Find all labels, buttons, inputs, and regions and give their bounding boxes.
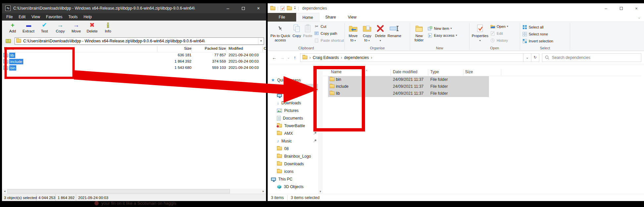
history-button[interactable]: History: [490, 37, 508, 44]
explorer-close-button[interactable]: ×: [629, 3, 644, 13]
file-row-bin[interactable]: bin 24/09/2021 11:37 File folder: [323, 76, 641, 83]
sidebar-item-brainbox-logo[interactable]: Brainbox_Logo: [268, 152, 318, 160]
file-name[interactable]: include: [9, 59, 23, 64]
sidebar-item-music[interactable]: ♪ Music: [268, 137, 318, 145]
sz-file-row[interactable]: bin 1 543 680 559 103 2021-09-24 00:03: [2, 65, 266, 71]
file-name[interactable]: bin: [9, 65, 16, 71]
file-row-include[interactable]: include 24/09/2021 11:37 File folder: [323, 83, 641, 90]
open-button[interactable]: Open ▾: [490, 23, 508, 30]
sidebar-item-downloads[interactable]: ↓ Downloads: [268, 99, 318, 107]
invert-selection-button[interactable]: Invert selection: [522, 37, 553, 44]
scroll-right-icon[interactable]: ▸: [261, 189, 266, 194]
delete-button[interactable]: Delete▾: [374, 23, 387, 42]
sz-toolbar-delete-button[interactable]: ✖ Delete: [84, 22, 100, 34]
new-item-button[interactable]: New item ▾: [427, 25, 457, 32]
breadcrumb-item-dependencies[interactable]: dependencies: [344, 55, 369, 60]
sz-file-row[interactable]: lib 636 181 77 857 2021-09-24 00:03: [2, 52, 266, 59]
sidebar-item-brain[interactable]: brain: [268, 84, 318, 91]
sz-menu-help[interactable]: Help: [80, 15, 95, 19]
move-to-button[interactable]: Move to ▾: [346, 23, 360, 42]
sidebar-item-3d-objects[interactable]: 3D Objects: [268, 183, 318, 190]
explorer-maximize-button[interactable]: [614, 3, 629, 13]
search-input[interactable]: Search dependencies: [542, 53, 641, 62]
sidebar-item-documents[interactable]: Documents: [268, 114, 318, 122]
tab-file[interactable]: File: [268, 13, 296, 22]
sz-toolbar-add-button[interactable]: + Add: [5, 22, 21, 34]
copy-path-button[interactable]: Copy path: [314, 30, 344, 37]
rename-button[interactable]: Rename: [387, 23, 402, 38]
tab-home[interactable]: Home: [296, 13, 319, 22]
sidebar-item-pictures[interactable]: Pictures: [268, 107, 318, 114]
new-folder-button[interactable]: New folder: [411, 23, 427, 42]
sevenzip-up-folder-button[interactable]: [4, 37, 13, 45]
recent-locations-icon[interactable]: ⌄: [286, 56, 291, 59]
file-row-lib[interactable]: lib 24/09/2021 11:37 File folder: [323, 90, 641, 97]
properties-quick-icon[interactable]: [281, 6, 285, 11]
sidebar-item-quick-access[interactable]: ★ Quick access: [268, 76, 318, 84]
sidebar-item-icons[interactable]: icons: [268, 168, 318, 175]
sidebar-item-downloads[interactable]: Downloads: [268, 160, 318, 168]
file-name[interactable]: include: [336, 84, 349, 89]
sidebar-item-amx[interactable]: AMX: [268, 129, 318, 137]
sz-toolbar-test-button[interactable]: ✔ Test: [36, 22, 52, 34]
column-header-date-modified[interactable]: Date modified: [393, 70, 417, 74]
sz-menu-tools[interactable]: Tools: [65, 15, 80, 19]
sidebar-item-desktop[interactable]: Desktop: [268, 91, 318, 99]
sevenzip-close-button[interactable]: ×: [251, 3, 266, 13]
sidebar-item-this-pc[interactable]: This PC: [268, 175, 318, 183]
properties-button[interactable]: Properties▾: [471, 23, 489, 42]
sevenzip-minimize-button[interactable]: –: [220, 3, 236, 13]
column-header-created[interactable]: C: [264, 46, 266, 50]
sz-toolbar-move-button[interactable]: → Move: [68, 22, 84, 34]
select-none-button[interactable]: Select none: [522, 30, 553, 37]
tab-share[interactable]: Share: [319, 13, 342, 22]
column-header-modified[interactable]: Modified: [229, 46, 243, 50]
tab-view[interactable]: View: [342, 13, 362, 22]
file-name[interactable]: bin: [336, 77, 341, 82]
breadcrumb-item-user[interactable]: Craig Edwards: [313, 55, 339, 60]
copy-to-button[interactable]: Copy to ▾: [360, 23, 374, 42]
select-all-button[interactable]: Select all: [522, 24, 553, 30]
scroll-left-icon[interactable]: ◂: [2, 189, 7, 194]
sz-toolbar-extract-button[interactable]: ▬ Extract: [21, 22, 36, 34]
refresh-icon[interactable]: ↻: [531, 53, 539, 62]
sz-menu-file[interactable]: File: [3, 15, 16, 19]
scrollbar-thumb[interactable]: [7, 189, 230, 193]
scroll-down-icon[interactable]: ▾: [318, 190, 323, 193]
sevenzip-horizontal-scrollbar[interactable]: ◂ ▸: [2, 189, 266, 194]
up-button[interactable]: ↑: [291, 55, 299, 60]
sidebar-item-towerbattle[interactable]: TowerBattle: [268, 122, 318, 129]
explorer-minimize-button[interactable]: –: [598, 3, 614, 13]
sz-menu-view[interactable]: View: [28, 15, 43, 19]
column-header-packed-size[interactable]: Packed Size: [174, 46, 226, 50]
combobox-dropdown-icon[interactable]: ▾: [258, 38, 264, 44]
sevenzip-maximize-button[interactable]: [236, 3, 251, 13]
column-header-size[interactable]: Size: [465, 70, 473, 74]
edit-button[interactable]: Edit: [490, 30, 508, 37]
forward-button[interactable]: →: [278, 55, 286, 60]
paste-shortcut-button[interactable]: Paste shortcut: [314, 37, 344, 44]
column-header-type[interactable]: Type: [430, 70, 439, 74]
paste-button[interactable]: Paste: [302, 23, 313, 38]
back-button[interactable]: ←: [270, 55, 278, 60]
breadcrumb[interactable]: › Craig Edwards › dependencies ›: [300, 53, 523, 62]
copy-button[interactable]: Copy: [292, 23, 302, 38]
address-dropdown-icon[interactable]: ⌄: [523, 53, 531, 62]
sz-toolbar-info-button[interactable]: i Info: [100, 22, 116, 34]
navigation-pane-scrollbar[interactable]: ▾: [318, 64, 323, 194]
sz-menu-edit[interactable]: Edit: [16, 15, 28, 19]
sz-toolbar-copy-button[interactable]: → Copy: [52, 22, 68, 34]
cut-button[interactable]: ✂ Cut: [314, 23, 344, 30]
pin-to-quick-access-button[interactable]: Pin to Quick access: [269, 23, 292, 42]
easy-access-button[interactable]: Easy access ▾: [427, 32, 457, 39]
file-name[interactable]: lib: [9, 53, 15, 58]
sevenzip-path-combobox[interactable]: C:\Users\brain\Downloads\libdpp - Window…: [15, 37, 264, 45]
sz-file-row[interactable]: include 1 864 392 374 559 2021-09-24 00:…: [2, 59, 266, 65]
sidebar-item-08[interactable]: 08: [268, 145, 318, 152]
new-folder-quick-icon[interactable]: [287, 7, 292, 10]
column-header-name[interactable]: Name: [331, 70, 342, 74]
customize-quick-access-icon[interactable]: ▾: [294, 7, 295, 10]
column-header-name[interactable]: Name: [4, 46, 14, 50]
file-name[interactable]: lib: [336, 91, 340, 96]
ribbon-collapse-icon[interactable]: ⌄: [638, 15, 641, 20]
